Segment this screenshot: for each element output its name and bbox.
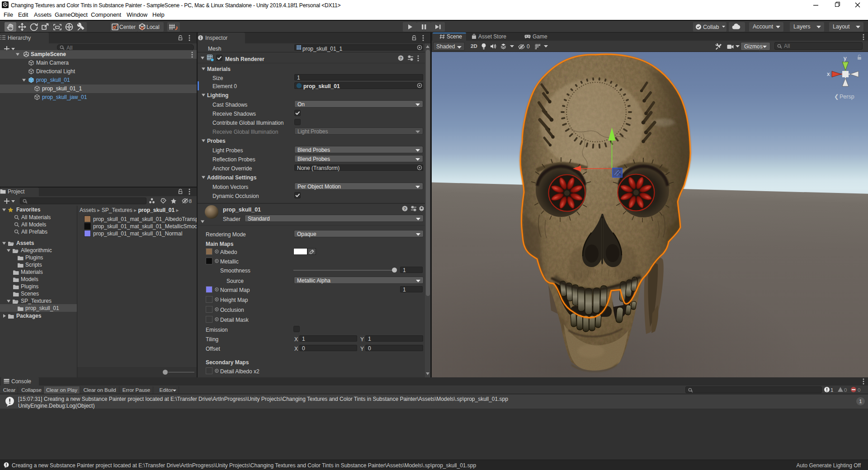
svg-text:Center: Center: [119, 24, 136, 30]
svg-text:?: ?: [404, 206, 406, 211]
svg-text:Persp: Persp: [840, 94, 854, 100]
svg-text:❮: ❮: [834, 94, 839, 100]
svg-text:1: 1: [830, 387, 833, 393]
svg-text:8: 8: [189, 198, 192, 204]
svg-text:Local: Local: [146, 24, 160, 30]
svg-text:y: y: [844, 55, 847, 61]
svg-text:?: ?: [400, 56, 402, 61]
svg-text:0: 0: [844, 387, 847, 393]
svg-text:x: x: [827, 70, 830, 77]
svg-text:0: 0: [858, 387, 860, 393]
svg-text:Collab: Collab: [703, 24, 719, 30]
